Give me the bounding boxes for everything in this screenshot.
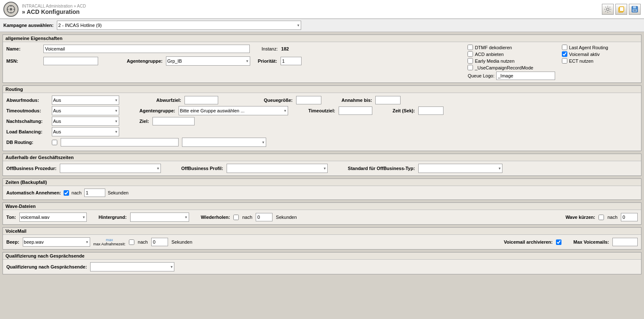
ton-wrapper: voicemail.wav	[19, 213, 87, 222]
gear-icon	[604, 5, 612, 13]
toolbar	[602, 4, 641, 15]
queue-logo-input[interactable]	[496, 72, 555, 80]
beep-select[interactable]: beep.wav	[23, 237, 90, 247]
early-media-check-row: Early Media nutzen	[468, 58, 555, 64]
save-button[interactable]	[629, 4, 641, 15]
offbusiness-prozedur-select[interactable]	[60, 164, 161, 173]
queuegroesse-input[interactable]	[296, 96, 321, 104]
name-input[interactable]	[43, 45, 250, 53]
svg-rect-8	[620, 7, 624, 11]
timeoutziel-input[interactable]	[339, 106, 372, 115]
voicemail-aktiv-label: Voicemail aktiv	[569, 52, 600, 57]
max-voicemails-label: Max Voicemails:	[573, 239, 609, 245]
section-routing-body: Abwurfmodus: AusAn Abwurfziel: Queuegröß…	[3, 93, 641, 151]
breadcrumb-app: INTRACALL Administration	[22, 4, 72, 8]
early-media-checkbox[interactable]	[468, 58, 473, 64]
use-campaign-checkbox[interactable]	[468, 65, 473, 70]
timeoutziel-label: Timeoutziel:	[308, 108, 335, 113]
qualifizierung-wrapper	[90, 262, 174, 271]
nachtschaltung-select[interactable]: AusAn	[52, 117, 119, 126]
kampagne-label: Kampagne auswählen:	[3, 23, 53, 28]
nach-input-wave[interactable]	[256, 213, 273, 221]
offbusiness-profil-wrapper	[227, 164, 328, 173]
max-label: max	[106, 238, 113, 242]
dtmf-checkbox[interactable]	[468, 45, 473, 50]
beep-label: Beep:	[6, 239, 19, 245]
nach-label-zeiten: nach	[72, 190, 82, 195]
routing-agentengruppe-select[interactable]: Bitte eine Gruppe auswählen ...	[179, 106, 288, 115]
section-qualifizierung-title: Qualifizierung nach Gesprächsende	[3, 253, 641, 260]
ziel-input[interactable]	[152, 117, 195, 125]
sekunden-label-wave: Sekunden	[276, 215, 297, 220]
db-routing-checkbox[interactable]	[52, 140, 57, 145]
settings-button[interactable]	[602, 4, 614, 15]
svg-point-1	[10, 8, 12, 11]
abwurfziel-input[interactable]	[184, 96, 218, 104]
standard-wrapper	[418, 164, 502, 173]
section-voicemail-body: Beep: beep.wav max max Aufnahmezeit: nac…	[3, 235, 641, 249]
archivieren-checkbox[interactable]	[556, 239, 561, 245]
dtmf-label: DTMF dekodieren	[475, 45, 512, 50]
routing-row5: DB Routing:	[6, 138, 638, 147]
load-balancing-label: Load Balancing:	[6, 129, 48, 134]
svg-rect-12	[633, 10, 636, 11]
offbusiness-profil-select[interactable]	[227, 164, 328, 173]
msn-label: MSN:	[6, 58, 40, 64]
zeit-sek-input[interactable]	[418, 106, 444, 115]
name-row: Name: Instanz: 182	[6, 45, 461, 53]
routing-agentengruppe-label: Agentengruppe:	[139, 108, 175, 113]
wave-kuerzen-nach-input[interactable]	[621, 213, 638, 221]
ausserhalb-row: OffBusiness Prozedur: OffBusiness Profil…	[6, 164, 638, 173]
timeoutmodus-select[interactable]: AusAn	[52, 106, 119, 115]
auto-annehmen-checkbox[interactable]	[64, 190, 69, 196]
right-checks: Last Agent Routing Voicemail aktiv ECT n…	[562, 45, 638, 64]
nach-label-wave: nach	[242, 215, 252, 220]
abwurfziel-label: Abwurfziel:	[156, 98, 181, 103]
qualifizierung-select[interactable]	[90, 262, 174, 271]
section-ausserhalb-body: OffBusiness Prozedur: OffBusiness Profil…	[3, 161, 641, 175]
ect-check-row: ECT nutzen	[562, 58, 638, 64]
db-routing-select[interactable]	[182, 138, 266, 147]
ect-label: ECT nutzen	[569, 58, 593, 64]
hintergrund-label: Hintergrund:	[99, 215, 127, 220]
acd-checkbox[interactable]	[468, 51, 473, 57]
prioritaet-label: Priorität:	[258, 58, 277, 64]
msn-row: MSN: Agentengruppe: Grp_IB Priorität:	[6, 56, 461, 66]
standard-select[interactable]	[418, 164, 502, 173]
ton-select[interactable]: voicemail.wav	[19, 213, 87, 222]
name-label: Name:	[6, 46, 40, 51]
annahme-bis-input[interactable]	[375, 96, 401, 104]
nach-input-vm[interactable]	[151, 238, 168, 246]
max-voicemails-input[interactable]	[612, 238, 638, 246]
max-aufnahmezeit-checkbox[interactable]	[129, 239, 134, 245]
use-campaign-label: _UseCampaignRecordMode	[475, 65, 533, 70]
db-routing-input1[interactable]	[61, 138, 179, 146]
nach-input-zeiten[interactable]	[84, 189, 105, 197]
abwurfmodus-select[interactable]: AusAn	[52, 96, 119, 105]
load-balancing-wrapper: AusAn	[52, 127, 119, 136]
section-qualifizierung: Qualifizierung nach Gesprächsende Qualif…	[3, 252, 641, 274]
wave-kuerzen-checkbox[interactable]	[599, 215, 604, 220]
last-agent-checkbox[interactable]	[562, 45, 567, 50]
prioritaet-input[interactable]	[281, 57, 302, 65]
section-zeiten-title: Zeiten (Backupfall)	[3, 179, 641, 186]
voicemail-check-row: Voicemail aktiv	[562, 51, 638, 57]
section-wave-body: Ton: voicemail.wav Hintergrund: Wiederho…	[3, 210, 641, 224]
voicemail-aktiv-checkbox[interactable]	[562, 51, 567, 57]
kampagne-select[interactable]: 2 - INCAS Hotline (9)	[57, 21, 301, 30]
msn-input[interactable]	[43, 57, 98, 65]
load-balancing-select[interactable]: AusAn	[52, 127, 119, 136]
ect-checkbox[interactable]	[562, 58, 567, 64]
hintergrund-select[interactable]	[130, 213, 189, 222]
wave-kuerzen-nach-label: nach	[607, 215, 617, 220]
page-title: » ACD Konfiguration	[22, 8, 86, 15]
acd-label: ACD anbieten	[475, 52, 504, 57]
copy-button[interactable]	[615, 4, 627, 15]
svg-point-6	[607, 8, 609, 11]
section-voicemail-title: VoiceMail	[3, 228, 641, 235]
agentengruppe-select[interactable]: Grp_IB	[166, 56, 250, 66]
save-icon	[631, 6, 638, 13]
qualifizierung-row: Qualifizierung nach Gesprächsende:	[6, 262, 638, 271]
wiederholen-checkbox[interactable]	[233, 215, 239, 220]
section-routing: Routing Abwurfmodus: AusAn Abwurfziel: Q…	[3, 85, 641, 151]
